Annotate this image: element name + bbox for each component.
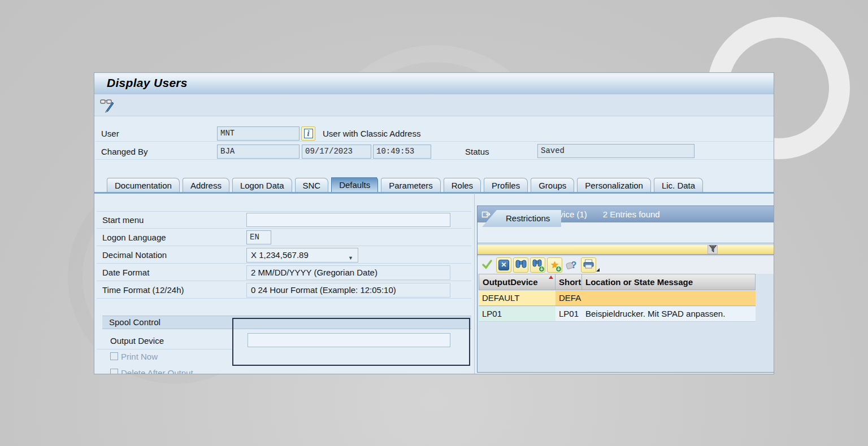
tab-roles[interactable]: Roles — [444, 178, 481, 193]
output-device-label: Output Device — [110, 336, 164, 346]
user-field[interactable]: MNT — [217, 126, 300, 141]
tab-groups[interactable]: Groups — [531, 178, 574, 193]
selection-outline — [232, 318, 470, 366]
cell-output-device[interactable]: DEFAULT — [479, 291, 555, 306]
add-favorite-button[interactable]: ★ + — [547, 257, 562, 273]
filter-button[interactable] — [708, 245, 718, 254]
user-label: User — [101, 129, 119, 138]
cell-short[interactable]: DEFA — [555, 291, 582, 306]
tab-strip: Documentation Address Logon Data SNC Def… — [107, 177, 774, 193]
tab-defaults[interactable]: Defaults — [331, 177, 378, 193]
form-separator — [97, 246, 471, 246]
row-separator — [96, 159, 774, 160]
date-format-label: Date Format — [102, 268, 149, 277]
display-change-button[interactable] — [99, 98, 116, 113]
date-format-field[interactable]: 2 MM/DD/YYYY (Gregorian Date) — [246, 265, 450, 280]
tab-address[interactable]: Address — [183, 178, 229, 193]
tab-pane-border — [94, 192, 774, 194]
find-binoculars-icon — [515, 259, 527, 271]
print-now-checkbox[interactable] — [110, 352, 118, 360]
window-titlebar — [94, 73, 774, 94]
cell-short[interactable]: LP01 — [555, 307, 582, 322]
tab-personalization[interactable]: Personalization — [577, 178, 651, 193]
form-separator — [97, 281, 471, 281]
filter-criteria-strip[interactable] — [478, 244, 774, 255]
pane-divider — [474, 193, 475, 374]
tab-lic-data[interactable]: Lic. Data — [654, 178, 703, 193]
start-menu-input[interactable] — [246, 213, 450, 227]
application-toolbar — [94, 94, 774, 116]
start-menu-label: Start menu — [102, 215, 144, 225]
status-label: Status — [465, 147, 489, 156]
cell-message[interactable]: Beispieldrucker. Mit SPAD anpassen. — [582, 307, 756, 322]
popup-window-icon — [481, 210, 491, 218]
print-now-label: Print Now — [121, 352, 158, 361]
plus-badge-icon: + — [555, 266, 562, 272]
check-icon — [481, 259, 493, 272]
plus-badge-icon: + — [539, 266, 545, 272]
sort-ascending-icon — [549, 276, 553, 279]
print-dropdown-icon[interactable] — [596, 268, 600, 272]
tab-documentation[interactable]: Documentation — [107, 178, 180, 193]
user-note-text: User with Classic Address — [323, 129, 420, 138]
help-question-icon: ? — [571, 260, 577, 270]
output-device-table: OutputDevice Short Location or State Mes… — [479, 274, 756, 321]
delete-after-output-label: Delete After Output — [121, 368, 193, 374]
entries-found-text: 2 Entries found — [603, 209, 660, 219]
cancel-x-icon: ✕ — [498, 260, 509, 270]
time-format-field[interactable]: 0 24 Hour Format (Example: 12:05:10) — [246, 283, 450, 298]
logon-language-input[interactable]: EN — [246, 230, 271, 244]
tab-snc[interactable]: SNC — [295, 178, 329, 193]
spool-output-device-popup: Spool: Output device (1) 2 Entries found… — [477, 205, 774, 373]
time-format-label: Time Format (12/24h) — [102, 285, 184, 295]
popup-tab-underline — [478, 243, 774, 243]
help-button[interactable]: ? — [564, 257, 579, 273]
column-header-short[interactable]: Short — [555, 274, 582, 290]
tab-profiles[interactable]: Profiles — [484, 178, 528, 193]
column-header-output-device[interactable]: OutputDevice — [479, 274, 555, 290]
row-separator — [96, 141, 774, 142]
delete-after-output-checkbox[interactable] — [110, 369, 118, 374]
form-separator — [97, 349, 232, 349]
status-field[interactable]: Saved — [537, 144, 695, 158]
cell-output-device[interactable]: LP01 — [479, 307, 555, 322]
form-separator — [97, 228, 471, 229]
printer-icon — [583, 259, 594, 271]
column-header-location[interactable]: Location or State Message — [582, 274, 756, 290]
changed-time-field[interactable]: 10:49:53 — [373, 145, 431, 159]
print-button[interactable] — [581, 257, 596, 273]
display-change-icon — [99, 106, 116, 115]
chevron-down-icon[interactable]: ▼ — [348, 252, 353, 264]
tab-logon-data[interactable]: Logon Data — [232, 178, 292, 193]
find-next-button[interactable]: + — [530, 257, 545, 273]
filter-funnel-icon — [709, 244, 717, 255]
changed-date-field[interactable]: 09/17/2023 — [302, 145, 371, 159]
decimal-notation-label: Decimal Notation — [102, 250, 167, 260]
continue-button[interactable] — [479, 257, 494, 273]
cancel-button[interactable]: ✕ — [496, 257, 511, 273]
changed-by-label: Changed By — [101, 147, 148, 156]
decimal-notation-value: X 1,234,567.89 — [251, 250, 309, 260]
tab-parameters[interactable]: Parameters — [381, 178, 441, 193]
changed-by-field[interactable]: BJA — [217, 145, 300, 159]
page-title: Display Users — [107, 76, 188, 90]
info-icon: i — [304, 129, 313, 138]
info-button[interactable]: i — [301, 126, 315, 141]
form-separator — [97, 263, 471, 264]
logon-language-label: Logon Language — [102, 233, 166, 242]
find-button[interactable] — [513, 257, 528, 273]
cell-message[interactable] — [582, 291, 756, 306]
decimal-notation-select[interactable]: X 1,234,567.89 ▼ — [246, 248, 358, 263]
form-separator — [97, 298, 471, 299]
form-separator — [97, 211, 471, 212]
spool-control-title: Spool Control — [109, 317, 160, 327]
sap-window: Display Users User MNT i User with Class… — [94, 72, 774, 374]
